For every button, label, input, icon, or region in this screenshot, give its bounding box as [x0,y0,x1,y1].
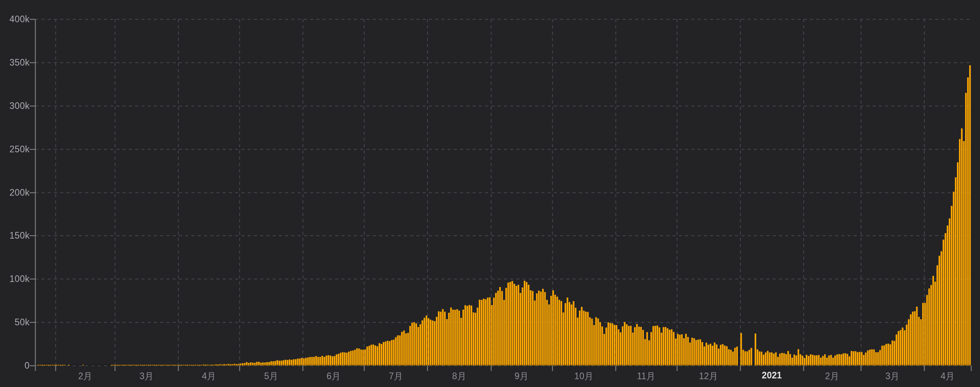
x-axis-month-label: 3月 [139,370,154,382]
x-axis-month-label: 7月 [389,370,403,382]
y-axis-tick-label: 150k [0,230,30,241]
y-axis-tick-label: 0 [0,360,30,371]
x-axis-month-label: 2月 [78,370,92,382]
x-axis-month-label: 2月 [825,370,839,382]
y-axis-tick-label: 100k [0,274,30,284]
x-axis-month-label: 3月 [885,370,900,382]
chart-panel: 050k100k150k200k250k300k350k400k 2月3月4月5… [0,0,980,387]
x-axis-month-label: 6月 [327,370,341,382]
y-axis-tick-label: 300k [0,100,30,111]
x-axis-month-label: 11月 [637,370,655,382]
x-axis-month-label: 9月 [514,370,528,382]
y-axis-tick-label: 350k [0,57,30,68]
x-axis-month-label: 5月 [264,370,278,382]
daily-cases-bar-chart[interactable] [0,0,980,387]
y-axis-tick-label: 50k [0,317,30,328]
y-axis-tick-label: 400k [0,14,30,25]
x-axis-month-label: 8月 [452,370,466,382]
y-axis-tick-label: 250k [0,144,30,154]
x-axis-month-label: 12月 [699,370,718,382]
x-axis-month-label: 10月 [574,370,593,382]
y-axis-tick-label: 200k [0,187,30,198]
x-axis-month-label: 4月 [941,370,955,382]
x-axis-year-label: 2021 [762,370,782,381]
x-axis-month-label: 4月 [202,370,216,382]
